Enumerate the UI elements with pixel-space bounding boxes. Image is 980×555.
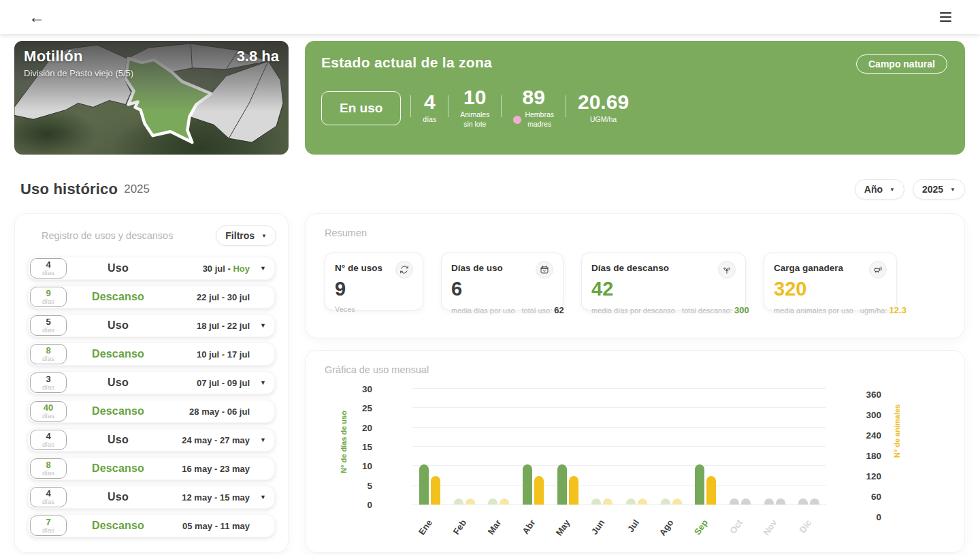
days-unit: días [42, 384, 54, 391]
stat-value: 20.69 [578, 92, 629, 112]
days-value: 4 [46, 489, 50, 498]
month-label: Ene [416, 518, 434, 537]
year-select-label: 2025 [922, 184, 943, 195]
entry-type-label: Descanso [67, 462, 169, 475]
stat-label: UGM/ha [578, 115, 629, 125]
hembras-madres-dot [513, 116, 521, 124]
usage-log-row[interactable]: 5díasUso18 jul - 22 jul▼ [28, 314, 275, 337]
month-axis-cell: Ago [654, 509, 689, 543]
entry-type-label: Descanso [67, 348, 169, 360]
days-unit: días [42, 413, 54, 419]
month-label: Jun [589, 518, 606, 537]
stat-label: Días de descanso [591, 261, 669, 273]
usage-log-title: Registro de usos y descansos [42, 230, 173, 241]
chart-bar [695, 464, 704, 505]
stat-value: 42 [591, 279, 736, 299]
status-stats: En uso 4días10Animales sin lote89Hembras… [321, 87, 947, 129]
days-value: 5 [46, 317, 50, 326]
entry-type-label: Uso [67, 262, 169, 274]
sprout-icon [718, 261, 736, 279]
back-arrow-icon[interactable]: ← [29, 9, 45, 25]
chart-month-column [516, 389, 551, 505]
days-badge: 40días [30, 401, 67, 422]
chart-bar [798, 498, 808, 505]
chart-bar [706, 476, 716, 505]
usage-log-row[interactable]: 4díasUso30 jul - Hoy▼ [28, 257, 275, 280]
chart-month-column [481, 389, 516, 505]
filters-button[interactable]: Filtros ▼ [216, 225, 276, 246]
status-stat: 4días [411, 92, 448, 125]
zone-map-card[interactable]: Motillón 3.8 ha División de Pasto viejo … [14, 41, 289, 155]
month-axis-cell: Nov [757, 509, 792, 543]
days-value: 8 [46, 346, 50, 355]
entry-dates: 10 jul - 17 jul [169, 349, 250, 360]
entry-type-label: Uso [67, 377, 169, 389]
stat-footer-right: total uso: 62 [522, 305, 564, 315]
usage-log-row[interactable]: 3díasUso07 jul - 09 jul▼ [28, 371, 275, 394]
usage-log-row[interactable]: 8díasDescanso16 may - 23 may [28, 457, 275, 480]
days-value: 3 [46, 375, 50, 383]
left-axis-tick: 5 [367, 480, 372, 490]
days-value: 40 [44, 403, 53, 412]
usage-log-row[interactable]: 40díasDescanso28 may - 06 jul [28, 400, 275, 423]
chart-bars [412, 389, 826, 505]
history-year: 2025 [124, 183, 150, 196]
left-axis-tick: 20 [362, 422, 372, 432]
stat-footer-left: media días por descanso [591, 306, 675, 315]
usage-log-row[interactable]: 9díasDescanso22 jul - 30 jul [28, 285, 275, 308]
state-button[interactable]: En uso [321, 91, 401, 125]
stat-label-text: días [423, 115, 436, 125]
right-axis-tick: 300 [866, 410, 881, 420]
right-axis-tick: 240 [866, 430, 881, 441]
days-badge: 4días [30, 430, 67, 450]
chart-bar [730, 498, 739, 505]
right-axis-title: N° de animales [893, 394, 901, 469]
days-badge: 3días [30, 372, 67, 393]
stat-card-carga-ganadera: Carga ganadera 320 media animales por us… [764, 253, 897, 311]
entry-dates: 12 may - 15 may [169, 492, 250, 503]
chart-month-column [723, 389, 757, 505]
chevron-down-icon[interactable]: ▼ [250, 265, 266, 272]
chart-title: Gráfica de uso mensual [325, 364, 945, 375]
entry-type-label: Uso [67, 491, 169, 503]
stat-label: N° de usos [335, 261, 382, 273]
chevron-down-icon[interactable]: ▼ [250, 437, 266, 443]
status-banner: Estado actual de la zona Campo natural E… [305, 41, 965, 155]
stat-value: 6 [451, 279, 553, 299]
usage-log-row[interactable]: 8díasDescanso10 jul - 17 jul [28, 343, 275, 366]
days-value: 4 [46, 432, 50, 441]
chart-month-column [551, 389, 585, 505]
stat-value: 9 [335, 279, 413, 299]
days-unit: días [42, 527, 54, 534]
period-select[interactable]: Año ▼ [855, 179, 904, 200]
usage-log-row[interactable]: 4díasUso24 may - 27 may▼ [28, 428, 275, 451]
year-select[interactable]: 2025 ▼ [913, 179, 965, 200]
stat-label: Días de uso [451, 261, 503, 273]
stat-footer-left: media días por uso [451, 306, 515, 315]
usage-log-row[interactable]: 7díasDescanso05 may - 11 may [28, 514, 275, 537]
chart-month-column [447, 389, 482, 505]
chart-month-column [585, 389, 619, 505]
monthly-usage-chart-panel: Gráfica de uso mensual N° de días de uso… [305, 350, 965, 553]
month-axis-cell: Feb [447, 509, 482, 543]
month-axis-cell: Ene [412, 509, 447, 543]
stat-label: Hembras madres [513, 110, 554, 129]
days-unit: días [42, 441, 54, 448]
usage-log-row[interactable]: 4díasUso12 may - 15 may▼ [28, 486, 275, 509]
chevron-down-icon[interactable]: ▼ [250, 494, 266, 501]
right-axis-tick: 120 [866, 471, 881, 481]
chevron-down-icon[interactable]: ▼ [250, 322, 266, 329]
chart-bar [741, 498, 751, 505]
days-badge: 8días [30, 458, 67, 479]
status-title: Estado actual de la zona [321, 54, 492, 71]
stat-card-dias-uso: Días de uso 6 media días por uso total u… [441, 253, 564, 311]
zone-subtitle: División de Pasto viejo (5/5) [24, 68, 279, 78]
entry-dates: 07 jul - 09 jul [169, 378, 250, 388]
right-axis-tick: 360 [866, 390, 881, 400]
right-axis-tick: 60 [871, 492, 881, 502]
right-axis-tick: 0 [876, 512, 881, 522]
hamburger-menu-icon[interactable] [940, 12, 951, 22]
cow-icon [869, 261, 887, 279]
chevron-down-icon[interactable]: ▼ [250, 379, 266, 386]
chart-bar [454, 498, 463, 505]
